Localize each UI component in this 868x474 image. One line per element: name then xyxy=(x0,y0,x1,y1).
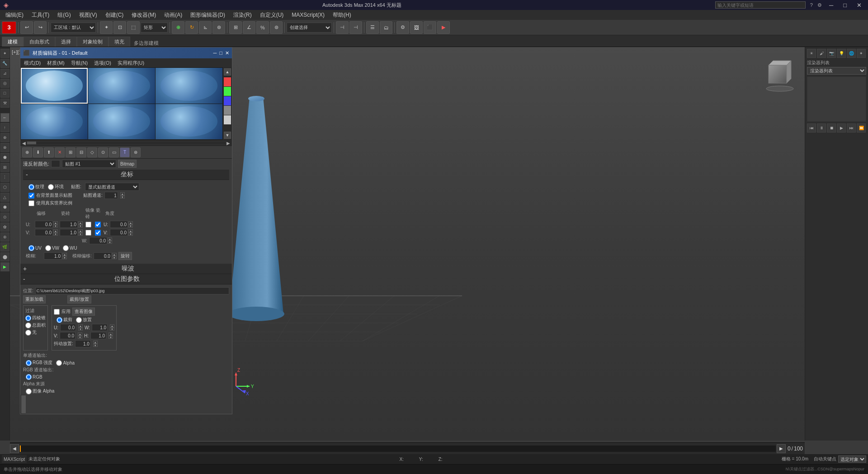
v-tiling-spinbox[interactable]: ▲ ▼ xyxy=(60,229,83,236)
select-move-button[interactable]: ⊕ xyxy=(172,21,184,34)
motion-panel-icon[interactable]: ◎ xyxy=(0,79,9,88)
v-mirror-checkbox[interactable] xyxy=(85,230,91,236)
color-gray[interactable] xyxy=(224,106,231,115)
shape-dropdown[interactable]: 矩形 xyxy=(141,23,168,33)
bitmap-section-header[interactable]: - 位图参数 xyxy=(20,274,232,284)
playback-forward-icon[interactable]: ⏩ xyxy=(857,123,866,133)
play-icon[interactable]: ▶ xyxy=(0,262,9,271)
tool-h-icon[interactable]: ⬡ xyxy=(0,183,9,192)
blur-offset-spinbox[interactable]: ▲ ▼ xyxy=(94,252,117,260)
playback-pause-icon[interactable]: ⏸ xyxy=(817,123,826,133)
tool-e-icon[interactable]: ⬟ xyxy=(0,153,9,162)
menu-help[interactable]: 帮助(H) xyxy=(329,10,355,20)
mat-editor-close-btn[interactable]: ✕ xyxy=(225,50,229,56)
filter-none[interactable]: 无 xyxy=(25,329,46,336)
blur-input[interactable] xyxy=(44,252,62,260)
playback-play-icon[interactable]: ▶ xyxy=(837,123,846,133)
menu-modifier[interactable]: 修改器(M) xyxy=(128,10,160,20)
tool-o-icon[interactable]: ⬤ xyxy=(0,252,9,261)
noise-section-header[interactable]: + 噪波 xyxy=(20,264,232,274)
location-input[interactable] xyxy=(35,287,229,294)
me-menu-mode[interactable]: 模式(D) xyxy=(21,60,43,66)
v-offset-spinbox[interactable]: ▲ ▼ xyxy=(35,229,58,236)
display-panel-icon[interactable]: □ xyxy=(0,89,9,98)
me-menu-nav[interactable]: 导航(N) xyxy=(68,60,90,66)
mat-sphere-3[interactable] xyxy=(156,68,222,104)
help-icon[interactable]: ? xyxy=(810,2,813,8)
percent-snap-button[interactable]: % xyxy=(256,21,269,34)
search-input[interactable] xyxy=(715,1,806,9)
menu-group[interactable]: 组(G) xyxy=(54,10,74,20)
me-cylinder-btn[interactable]: ▭ xyxy=(109,147,119,157)
radio-wu[interactable]: WU xyxy=(63,245,77,251)
angle-snap-button[interactable]: ∠ xyxy=(243,21,255,34)
tab-populate[interactable]: 填充 xyxy=(108,37,130,47)
snap-toggle-button[interactable]: ⊞ xyxy=(229,21,242,34)
me-show-btn[interactable]: T xyxy=(120,147,130,157)
modify-panel-icon[interactable]: 🔧 xyxy=(0,59,9,68)
radio-uv[interactable]: UV xyxy=(28,245,42,251)
v-offset-input[interactable] xyxy=(35,229,53,236)
tool-k-icon[interactable]: ⊙ xyxy=(0,213,9,222)
color-white[interactable] xyxy=(224,115,231,124)
v-angle-input[interactable] xyxy=(110,229,128,236)
me-show2-btn[interactable]: ⊛ xyxy=(131,147,141,157)
tool-i-icon[interactable]: △ xyxy=(0,193,9,202)
create-selection-dropdown[interactable]: 创建选择 xyxy=(287,23,332,33)
tool-b-icon[interactable]: ↑ xyxy=(0,123,9,132)
filter-summed[interactable]: 总面积 xyxy=(25,322,46,328)
select-region-button[interactable]: ⊡ xyxy=(113,21,126,34)
radio-env[interactable]: 环境 xyxy=(48,184,64,190)
playback-rewind-icon[interactable]: ⏮ xyxy=(807,123,816,133)
menu-maxscript[interactable]: MAXScript(X) xyxy=(288,11,328,19)
u-tile-checkbox[interactable] xyxy=(95,222,101,228)
menu-view[interactable]: 视图(V) xyxy=(75,10,101,20)
hscroll-thumb[interactable] xyxy=(27,142,36,144)
radio-place[interactable]: 放置 xyxy=(76,317,92,323)
menu-animation[interactable]: 动画(A) xyxy=(160,10,186,20)
layer-manager-button[interactable]: ☰ xyxy=(366,21,379,34)
me-menu-utils[interactable]: 实用程序(U) xyxy=(115,60,147,66)
material-editor-button[interactable]: ⬛ xyxy=(424,21,436,34)
w-angle-spinbox[interactable]: ▲ ▼ xyxy=(89,237,112,244)
menu-customize[interactable]: 自定义(U) xyxy=(256,10,288,20)
mat-sphere-4[interactable] xyxy=(21,104,88,140)
maximize-button[interactable]: □ xyxy=(840,2,849,9)
blur-offset-input[interactable] xyxy=(94,252,112,260)
mat-editor-min-btn[interactable]: ─ xyxy=(213,50,217,56)
redo-button[interactable]: ↪ xyxy=(34,21,47,34)
hscroll-left[interactable]: ◀ xyxy=(21,141,27,146)
radio-rgb-intensity[interactable]: RGB 强度 xyxy=(26,360,52,366)
me-menu-options[interactable]: 选项(O) xyxy=(91,60,114,66)
u-offset-input[interactable] xyxy=(35,221,53,228)
quick-render-button[interactable]: ▶ xyxy=(437,21,450,34)
rp-env-icon[interactable]: 🌐 xyxy=(847,49,856,58)
me-get-material-btn[interactable]: ⊕ xyxy=(22,147,32,157)
window-crossing-button[interactable]: ⬚ xyxy=(127,21,140,34)
use-real-world-checkbox[interactable] xyxy=(28,200,34,206)
tab-object-paint[interactable]: 对象绘制 xyxy=(77,37,108,47)
me-paste-btn[interactable]: ⊟ xyxy=(76,147,86,157)
renderer-list-dropdown[interactable]: 渲染器列表 xyxy=(807,67,866,75)
map-channel-input[interactable] xyxy=(104,192,118,199)
rotate-btn[interactable]: 旋转 xyxy=(118,252,132,260)
u-tiling-spinbox[interactable]: ▲ ▼ xyxy=(60,221,83,228)
mat-scrollbar-thumb[interactable] xyxy=(21,395,26,413)
bitmap-type-btn[interactable]: Bitmap xyxy=(118,160,137,168)
show-in-viewport-checkbox[interactable] xyxy=(28,193,34,199)
radio-texture[interactable]: 纹理 xyxy=(28,184,44,190)
mat-sphere-6[interactable] xyxy=(156,104,222,140)
spinner-snap-button[interactable]: ⊚ xyxy=(270,21,283,34)
reload-btn[interactable]: 重新加载 xyxy=(23,295,46,303)
reference-coord-button[interactable]: ⊛ xyxy=(212,21,225,34)
mat-sphere-5[interactable] xyxy=(88,104,155,140)
select-rotate-button[interactable]: ↻ xyxy=(185,21,198,34)
u-tiling-input[interactable] xyxy=(60,221,78,228)
v-tile-checkbox[interactable] xyxy=(95,230,101,236)
scene-explorer-button[interactable]: 🗂 xyxy=(380,21,392,34)
color-red[interactable] xyxy=(224,77,231,86)
render-setup-button[interactable]: ⚙ xyxy=(396,21,409,34)
tool-a-icon[interactable]: ← xyxy=(0,113,9,122)
radio-vw[interactable]: VW xyxy=(45,245,59,251)
me-copy-btn[interactable]: ⊞ xyxy=(66,147,75,157)
